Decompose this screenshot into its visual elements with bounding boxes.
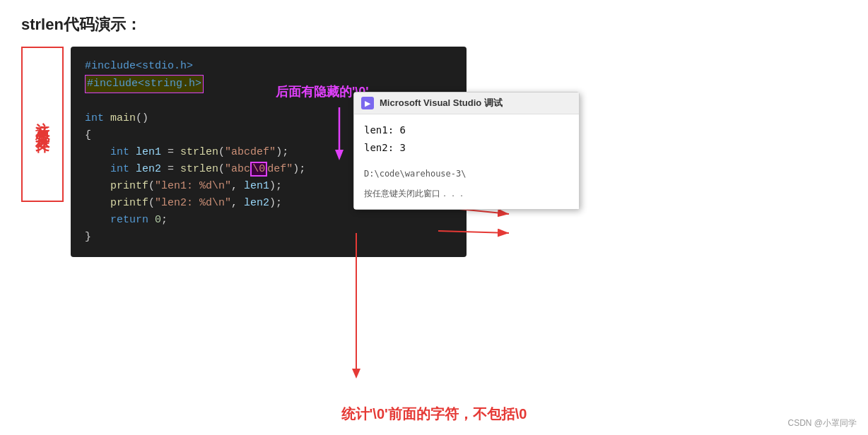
output-title: Microsoft Visual Studio 调试	[380, 97, 503, 109]
output-titlebar: ▶ Microsoft Visual Studio 调试	[354, 93, 579, 114]
code-line-close: }	[85, 229, 452, 246]
output-path: D:\code\warehouse-3\	[364, 167, 569, 182]
include-stdio: #include<stdio.h>	[85, 60, 193, 72]
red-arrow-bottom	[352, 367, 360, 381]
bottom-annotation: 统计'\0'前面的字符，不包括\0	[341, 405, 527, 424]
code-line-1: #include<stdio.h>	[85, 58, 452, 75]
output-press-key: 按任意键关闭此窗口．．．	[364, 186, 569, 202]
annotation-box: 注意包含头文件!	[21, 47, 64, 202]
svg-marker-5	[352, 369, 360, 379]
output-window: ▶ Microsoft Visual Studio 调试 len1: 6 len…	[353, 92, 580, 210]
page-container: strlen代码演示： 注意包含头文件! #include<stdio.h> #…	[0, 0, 868, 435]
output-len1: len1: 6	[364, 121, 569, 139]
red-vertical-line	[356, 233, 357, 371]
vs-icon: ▶	[361, 97, 374, 109]
code-line-2: #include<string.h>	[85, 75, 452, 93]
null-char-highlight: \0	[250, 162, 267, 177]
svg-marker-1	[335, 150, 344, 160]
output-len2: len2: 3	[364, 139, 569, 157]
annotation-text: 注意包含头文件!	[33, 111, 52, 138]
code-line-return: return 0;	[85, 212, 452, 229]
page-title: strlen代码演示：	[21, 14, 847, 35]
include-string-highlight: #include<string.h>	[85, 75, 204, 93]
watermark: CSDN @小罩同学	[787, 417, 857, 429]
output-body: len1: 6 len2: 3 D:\code\warehouse-3\ 按任意…	[354, 114, 579, 209]
